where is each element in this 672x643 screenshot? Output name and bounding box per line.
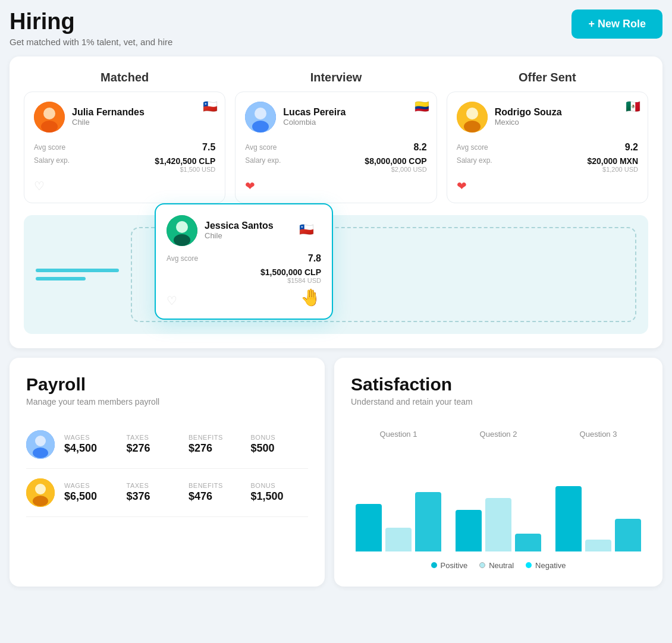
taxes-col-1: TAXES $276	[127, 434, 184, 455]
bonus-value-1: $500	[251, 442, 309, 455]
jessica-like-button[interactable]: ♡	[167, 294, 177, 308]
bar-1-negative	[415, 492, 441, 551]
rodrigo-score-label: Avg score	[457, 143, 488, 152]
julia-card-top: Julia Fernandes Chile	[34, 102, 215, 133]
bonus-label-2: BONUS	[251, 482, 309, 489]
satisfaction-chart: Question 1 Question 2 Question 3	[351, 421, 646, 551]
taxes-value-2: $376	[127, 490, 184, 503]
interview-column: Interview 🇨🇴 Lucas Pereira Colombia	[235, 71, 437, 203]
positive-label: Positive	[441, 561, 468, 570]
svg-point-11	[174, 234, 190, 246]
lucas-like-button[interactable]: ❤	[245, 179, 255, 193]
bonus-label-1: BONUS	[251, 434, 309, 441]
page-subtitle: Get matched with 1% talent, vet, and hir…	[10, 37, 172, 47]
jessica-salary-usd: $1584 USD	[167, 277, 321, 284]
payroll-avatar-2	[26, 478, 55, 507]
chart-bars-2	[456, 445, 541, 551]
jessica-stats: Avg score 7.8	[167, 253, 321, 264]
rodrigo-salary-usd: $1,200 USD	[587, 166, 638, 173]
page-title: Hiring	[10, 10, 172, 34]
payroll-subtitle: Manage your team members payroll	[26, 397, 308, 406]
julia-salary-main: $1,420,500 CLP	[155, 156, 215, 166]
positive-dot	[431, 562, 437, 568]
jessica-avatar	[167, 215, 197, 246]
drag-area: 🇨🇱 Jessica Santos Chile	[24, 215, 648, 334]
rodrigo-card[interactable]: 🇲🇽 Rodrigo Souza Mexico	[447, 92, 648, 203]
rodrigo-avatar	[457, 102, 488, 133]
rodrigo-salary-values: $20,000 MXN $1,200 USD	[587, 156, 638, 173]
rodrigo-name: Rodrigo Souza	[495, 107, 638, 118]
rodrigo-salary-label: Salary exp.	[457, 156, 492, 165]
rodrigo-like-button[interactable]: ❤	[457, 179, 467, 193]
drag-line-1	[36, 269, 119, 272]
svg-point-7	[466, 108, 478, 119]
bar-3-positive	[555, 486, 582, 551]
jessica-flag: 🇨🇱	[299, 222, 314, 237]
lucas-country: Colombia	[283, 118, 426, 127]
drag-line-2	[36, 277, 86, 280]
legend-neutral: Neutral	[479, 561, 514, 570]
payroll-avatar-1	[26, 430, 55, 459]
rodrigo-salary-main: $20,000 MXN	[587, 156, 638, 166]
bar-1-positive	[356, 504, 382, 551]
julia-country: Chile	[72, 118, 215, 127]
taxes-value-1: $276	[127, 442, 184, 455]
lucas-salary-usd: $2,000 USD	[365, 166, 426, 173]
benefits-value-1: $276	[189, 442, 246, 455]
julia-salary-row: Salary exp. $1,420,500 CLP $1,500 USD	[34, 156, 215, 173]
julia-info: Julia Fernandes Chile	[72, 107, 215, 127]
negative-label: Negative	[535, 561, 566, 570]
payroll-section: Payroll Manage your team members payroll…	[10, 358, 325, 587]
svg-point-17	[33, 496, 48, 506]
offer-sent-column: Offer Sent 🇲🇽 Rodrigo Souza Mexico	[447, 71, 648, 203]
taxes-label-2: TAXES	[127, 482, 184, 489]
negative-dot	[526, 562, 532, 568]
chart-legend: Positive Neutral Negative	[351, 561, 646, 570]
svg-point-14	[33, 447, 48, 458]
chart-group-3: Question 3	[555, 430, 641, 551]
wages-value-1: $4,500	[64, 442, 122, 455]
rodrigo-country: Mexico	[495, 118, 638, 127]
rodrigo-flag: 🇲🇽	[626, 99, 640, 114]
satisfaction-section: Satisfaction Understand and retain your …	[334, 358, 662, 587]
svg-point-16	[35, 484, 46, 494]
neutral-label: Neutral	[489, 561, 514, 570]
jessica-salary-main: $1,500,000 CLP	[167, 267, 321, 277]
payroll-row-1: WAGES $4,500 TAXES $276 BENEFITS $276 BO…	[26, 421, 308, 469]
legend-negative: Negative	[526, 561, 566, 570]
rodrigo-salary-row: Salary exp. $20,000 MXN $1,200 USD	[457, 156, 638, 173]
julia-like-button[interactable]: ♡	[34, 179, 45, 193]
page-header: Hiring Get matched with 1% talent, vet, …	[10, 10, 662, 47]
wages-label-1: WAGES	[64, 434, 122, 441]
jessica-dragging-card[interactable]: 🇨🇱 Jessica Santos Chile	[155, 203, 333, 320]
lucas-salary-label: Salary exp.	[245, 156, 281, 165]
rodrigo-info: Rodrigo Souza Mexico	[495, 107, 638, 127]
chart-label-3: Question 3	[580, 430, 617, 439]
taxes-col-2: TAXES $376	[127, 482, 184, 503]
chart-label-1: Question 1	[380, 430, 417, 439]
bar-2-positive	[456, 510, 482, 551]
bar-3-negative	[615, 519, 641, 551]
bar-2-negative	[515, 534, 541, 551]
svg-point-13	[35, 436, 46, 446]
payroll-title: Payroll	[26, 374, 308, 395]
lucas-card[interactable]: 🇨🇴 Lucas Pereira Colombia	[235, 92, 437, 203]
legend-positive: Positive	[431, 561, 468, 570]
benefits-label-2: BENEFITS	[189, 482, 246, 489]
lucas-salary-values: $8,000,000 COP $2,000 USD	[365, 156, 426, 173]
julia-salary-values: $1,420,500 CLP $1,500 USD	[155, 156, 215, 173]
svg-point-8	[464, 121, 481, 133]
benefits-value-2: $476	[189, 490, 246, 503]
kanban-columns: Matched 🇨🇱 Julia Fernandes Chile	[24, 71, 648, 203]
payroll-row-1-cols: WAGES $4,500 TAXES $276 BENEFITS $276 BO…	[64, 434, 308, 455]
new-role-button[interactable]: + New Role	[571, 10, 662, 39]
svg-point-5	[252, 121, 269, 133]
wages-value-2: $6,500	[64, 490, 122, 503]
svg-point-4	[255, 108, 266, 119]
julia-flag: 🇨🇱	[203, 99, 218, 114]
wages-label-2: WAGES	[64, 482, 122, 489]
rodrigo-score: 9.2	[625, 142, 638, 153]
julia-card[interactable]: 🇨🇱 Julia Fernandes Chile	[24, 92, 225, 203]
svg-point-2	[41, 121, 58, 133]
julia-salary-label: Salary exp.	[34, 156, 70, 165]
